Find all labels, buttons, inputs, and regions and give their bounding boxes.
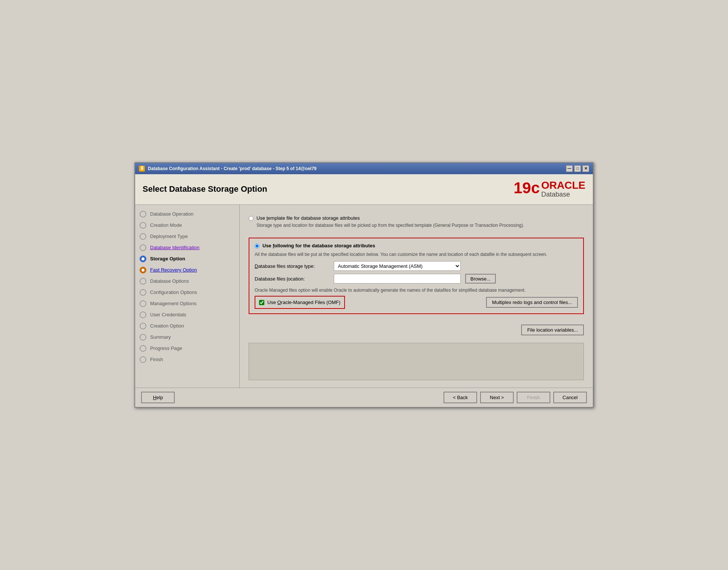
back-button[interactable]: < Back bbox=[444, 392, 477, 403]
close-button[interactable]: ✕ bbox=[582, 165, 589, 172]
step-circle-12 bbox=[140, 334, 146, 341]
app-icon: 🗄 bbox=[139, 166, 145, 172]
title-bar: 🗄 Database Configuration Assistant - Cre… bbox=[135, 163, 593, 174]
option2-box: Use following for the database storage a… bbox=[249, 238, 584, 314]
maximize-button[interactable]: □ bbox=[574, 165, 581, 172]
bottom-right-buttons: < Back Next > Finish Cancel bbox=[444, 392, 587, 403]
oracle-logo: 19c ORACLE Database bbox=[514, 180, 585, 198]
option2-label: Use following for the database storage a… bbox=[262, 243, 375, 248]
location-row: Database files location: +DATA/{DB_UNIQU… bbox=[255, 274, 578, 284]
option2-desc: All the database files will be put at th… bbox=[255, 251, 578, 258]
finish-button[interactable]: Finish bbox=[517, 392, 550, 403]
help-label: Help bbox=[153, 395, 163, 400]
main-window: 🗄 Database Configuration Assistant - Cre… bbox=[134, 162, 594, 408]
sidebar-label-deployment-type: Deployment Type bbox=[150, 234, 188, 239]
sidebar: Database Operation Creation Mode Deploym… bbox=[135, 205, 240, 388]
sidebar-label-management-options: Management Options bbox=[150, 301, 196, 306]
step-circle-6 bbox=[140, 267, 146, 273]
location-input[interactable]: +DATA/{DB_UNIQUE_NAME} bbox=[334, 274, 461, 284]
multiplex-label: Multiplex redo logs and control files... bbox=[492, 300, 572, 305]
oracle-brand: ORACLE bbox=[541, 180, 585, 191]
step-circle-13 bbox=[140, 345, 146, 352]
sidebar-label-database-identification: Database Identification bbox=[150, 245, 199, 250]
option2-radio[interactable] bbox=[255, 244, 259, 248]
omf-checkbox[interactable] bbox=[259, 300, 264, 305]
sidebar-item-management-options[interactable]: Management Options bbox=[135, 298, 239, 309]
step-circle-4 bbox=[140, 244, 146, 251]
title-bar-controls: — □ ✕ bbox=[566, 165, 589, 172]
sidebar-item-creation-option[interactable]: Creation Option bbox=[135, 320, 239, 332]
omf-description: Oracle Managed files option will enable … bbox=[255, 287, 578, 294]
storage-type-label: Database files storage type: bbox=[255, 263, 329, 269]
window-title: Database Configuration Assistant - Creat… bbox=[148, 166, 317, 171]
option2-label-text: Use following for the database storage a… bbox=[262, 243, 375, 248]
sidebar-label-summary: Summary bbox=[150, 334, 171, 340]
step-circle-9 bbox=[140, 300, 146, 307]
sidebar-label-finish: Finish bbox=[150, 357, 163, 362]
storage-type-select[interactable]: Automatic Storage Management (ASM) File … bbox=[334, 261, 461, 271]
sidebar-label-user-credentials: User Credentials bbox=[150, 312, 186, 317]
option2-container: Use following for the database storage a… bbox=[255, 243, 578, 248]
minimize-button[interactable]: — bbox=[566, 165, 573, 172]
cancel-label: Cancel bbox=[563, 395, 578, 400]
step-circle-11 bbox=[140, 323, 146, 329]
oracle-text: ORACLE Database bbox=[541, 180, 585, 198]
sidebar-label-creation-mode: Creation Mode bbox=[150, 222, 182, 228]
option1-content: Use template file for database storage a… bbox=[256, 215, 524, 229]
file-vars-label: File location variables... bbox=[527, 327, 578, 333]
info-box bbox=[249, 343, 584, 380]
step-circle-8 bbox=[140, 289, 146, 296]
sidebar-item-database-operation[interactable]: Database Operation bbox=[135, 209, 239, 220]
step-circle-3 bbox=[140, 233, 146, 240]
option1-label: Use template file for database storage a… bbox=[256, 215, 524, 221]
help-button[interactable]: Help bbox=[141, 392, 175, 403]
sidebar-label-fast-recovery-option: Fast Recovery Option bbox=[150, 267, 197, 273]
oracle-version: 19c bbox=[514, 180, 540, 196]
step-circle-5 bbox=[140, 256, 146, 262]
location-label: Database files location: bbox=[255, 276, 329, 282]
sidebar-item-progress-page[interactable]: Progress Page bbox=[135, 343, 239, 354]
oracle-db-label: Database bbox=[541, 191, 570, 198]
sidebar-item-summary[interactable]: Summary bbox=[135, 332, 239, 343]
title-bar-left: 🗄 Database Configuration Assistant - Cre… bbox=[139, 166, 317, 172]
bottom-bar: Help < Back Next > Finish Cancel bbox=[135, 388, 593, 407]
content-area: Database Operation Creation Mode Deploym… bbox=[135, 205, 593, 388]
main-panel: Use template file for database storage a… bbox=[240, 205, 593, 388]
step-circle-7 bbox=[140, 278, 146, 285]
sidebar-label-database-operation: Database Operation bbox=[150, 211, 193, 217]
next-button[interactable]: Next > bbox=[480, 392, 514, 403]
sidebar-item-user-credentials[interactable]: User Credentials bbox=[135, 309, 239, 320]
sidebar-item-database-identification[interactable]: Database Identification bbox=[135, 242, 239, 253]
multiplex-button[interactable]: Multiplex redo logs and control files... bbox=[486, 297, 578, 308]
option1-desc: Storage type and location for database f… bbox=[256, 222, 524, 229]
sidebar-item-storage-option[interactable]: Storage Option bbox=[135, 253, 239, 264]
storage-type-row: Database files storage type: Automatic S… bbox=[255, 261, 578, 271]
step-circle-10 bbox=[140, 311, 146, 318]
browse-button[interactable]: Browse... bbox=[465, 274, 496, 284]
omf-label: Use Oracle-Managed Files (OMF) bbox=[267, 300, 340, 305]
next-label: Next > bbox=[490, 395, 504, 400]
sidebar-label-progress-page: Progress Page bbox=[150, 345, 182, 351]
sidebar-item-configuration-options[interactable]: Configuration Options bbox=[135, 287, 239, 298]
file-vars-button[interactable]: File location variables... bbox=[521, 325, 584, 335]
sidebar-label-storage-option: Storage Option bbox=[150, 256, 185, 261]
step-circle-1 bbox=[140, 211, 146, 217]
option1-radio[interactable] bbox=[249, 216, 253, 221]
sidebar-label-database-options: Database Options bbox=[150, 278, 189, 284]
file-vars-row: File location variables... bbox=[249, 325, 584, 335]
sidebar-label-configuration-options: Configuration Options bbox=[150, 289, 197, 295]
omf-box: Use Oracle-Managed Files (OMF) bbox=[255, 296, 345, 309]
back-label: < Back bbox=[453, 395, 468, 400]
page-title: Select Database Storage Option bbox=[143, 184, 267, 194]
sidebar-item-finish[interactable]: Finish bbox=[135, 354, 239, 365]
sidebar-item-database-options[interactable]: Database Options bbox=[135, 276, 239, 287]
sidebar-item-fast-recovery-option[interactable]: Fast Recovery Option bbox=[135, 264, 239, 276]
option2-content: Use following for the database storage a… bbox=[262, 243, 375, 248]
finish-label: Finish bbox=[527, 395, 540, 400]
sidebar-item-creation-mode[interactable]: Creation Mode bbox=[135, 220, 239, 231]
sidebar-item-deployment-type[interactable]: Deployment Type bbox=[135, 231, 239, 242]
cancel-button[interactable]: Cancel bbox=[553, 392, 587, 403]
option1-label-text: Use template file for database storage a… bbox=[256, 215, 360, 221]
browse-label: Browse... bbox=[470, 276, 491, 282]
option1-container: Use template file for database storage a… bbox=[249, 212, 584, 232]
